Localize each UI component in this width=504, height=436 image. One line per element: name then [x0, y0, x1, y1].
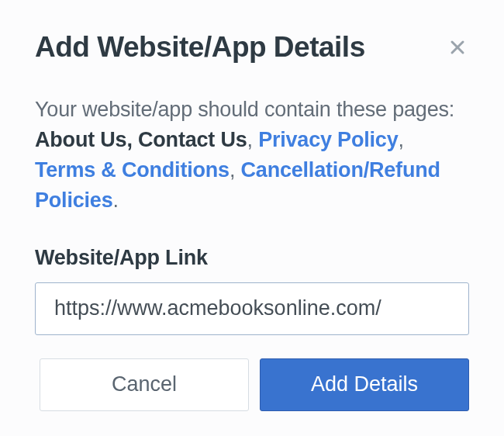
button-row: Cancel Add Details	[40, 358, 469, 411]
link-terms-conditions[interactable]: Terms & Conditions	[35, 158, 230, 182]
page-about-us: About Us	[35, 128, 126, 151]
add-details-button[interactable]: Add Details	[260, 358, 469, 411]
cancel-button[interactable]: Cancel	[40, 358, 249, 411]
link-privacy-policy[interactable]: Privacy Policy	[258, 128, 398, 151]
website-link-input[interactable]	[35, 282, 469, 335]
close-icon	[448, 38, 467, 57]
website-link-label: Website/App Link	[35, 246, 469, 270]
dialog-header: Add Website/App Details	[35, 31, 469, 64]
close-button[interactable]	[446, 36, 469, 59]
page-contact-us: Contact Us	[138, 128, 247, 151]
add-website-dialog: Add Website/App Details Your website/app…	[0, 0, 504, 436]
info-prefix: Your website/app should contain these pa…	[35, 98, 454, 121]
info-text: Your website/app should contain these pa…	[35, 95, 469, 216]
dialog-title: Add Website/App Details	[35, 31, 365, 64]
